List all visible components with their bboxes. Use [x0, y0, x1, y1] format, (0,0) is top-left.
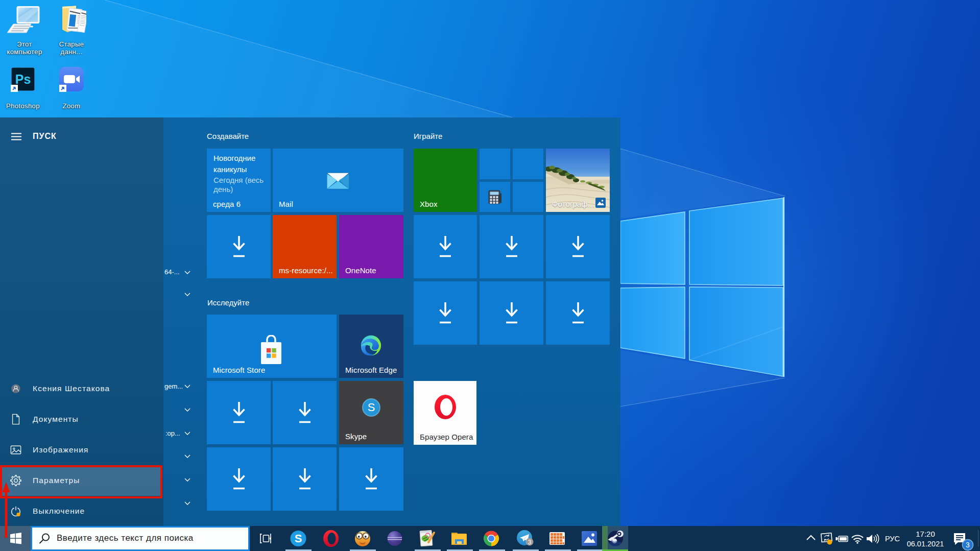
svg-text:Ps: Ps	[15, 72, 31, 86]
svg-text:S: S	[368, 401, 375, 414]
svg-text:3: 3	[528, 539, 532, 546]
svg-text:S: S	[295, 532, 302, 545]
svg-text:3: 3	[966, 541, 970, 549]
